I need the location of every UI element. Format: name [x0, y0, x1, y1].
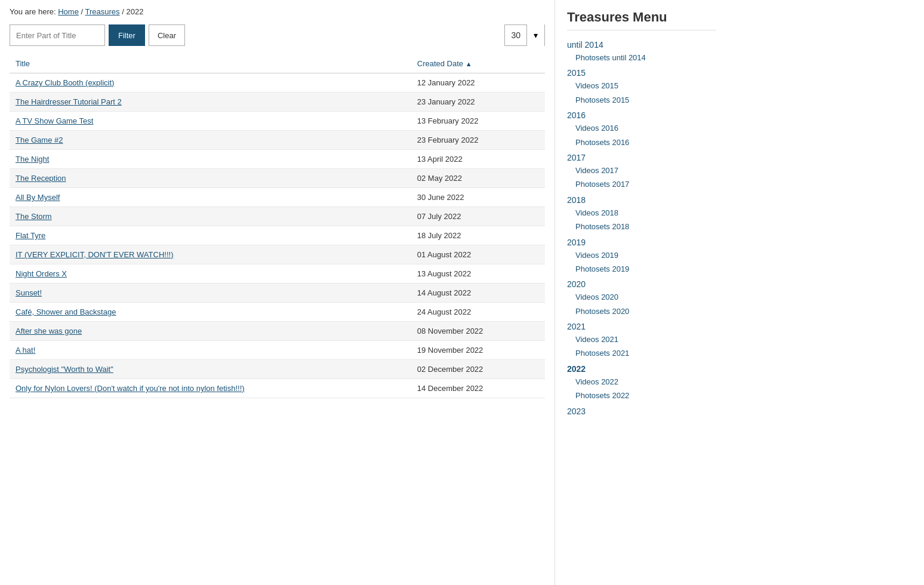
sidebar-sub-items: Videos 2018Photosets 2018 [567, 206, 716, 234]
sidebar-sub-link[interactable]: Photosets 2020 [575, 304, 716, 318]
sidebar-year-group: 2019Videos 2019Photosets 2019 [567, 238, 716, 276]
row-title-link[interactable]: A Crazy Club Booth (explicit) [16, 78, 114, 87]
row-title-cell: The Storm [10, 207, 411, 226]
sidebar-year-link[interactable]: 2021 [567, 322, 716, 331]
title-sort-link[interactable]: Title [16, 59, 30, 68]
sidebar-sub-link[interactable]: Videos 2022 [575, 375, 716, 389]
table-row: Café, Shower and Backstage24 August 2022 [10, 303, 545, 322]
row-title-cell: A hat! [10, 341, 411, 360]
row-title-cell: After she was gone [10, 322, 411, 341]
sidebar-sub-items: Videos 2016Photosets 2016 [567, 121, 716, 149]
row-title-cell: A TV Show Game Test [10, 112, 411, 131]
sidebar-sub-link[interactable]: Videos 2016 [575, 121, 716, 135]
sidebar-year-link[interactable]: 2015 [567, 68, 716, 78]
sidebar-sub-link[interactable]: Photosets 2015 [575, 93, 716, 107]
table-row: A TV Show Game Test13 February 2022 [10, 112, 545, 131]
per-page-dropdown-button[interactable]: ▾ [526, 24, 544, 46]
breadcrumb-you-are-here: You are here: [10, 7, 56, 16]
filter-button[interactable]: Filter [109, 24, 145, 46]
row-title-cell: Only for Nylon Lovers! (Don't watch if y… [10, 379, 411, 398]
sidebar-year-link[interactable]: until 2014 [567, 40, 716, 50]
sidebar-sub-link[interactable]: Photosets 2019 [575, 262, 716, 276]
row-title-link[interactable]: The Game #2 [16, 136, 63, 144]
row-title-link[interactable]: The Night [16, 155, 49, 164]
filter-bar: Filter Clear 30 ▾ [10, 24, 545, 46]
sidebar-year-link[interactable]: 2020 [567, 279, 716, 289]
row-title-link[interactable]: The Reception [16, 174, 66, 183]
sidebar: Treasures Menu until 2014Photosets until… [555, 0, 728, 585]
sidebar-sub-link[interactable]: Photosets until 2014 [575, 51, 716, 64]
sidebar-sub-link[interactable]: Videos 2020 [575, 290, 716, 304]
sidebar-year-link[interactable]: 2016 [567, 110, 716, 120]
row-date-cell: 13 August 2022 [411, 264, 545, 284]
row-title-link[interactable]: A hat! [16, 346, 35, 355]
row-title-link[interactable]: Café, Shower and Backstage [16, 307, 116, 316]
row-title-cell: A Crazy Club Booth (explicit) [10, 73, 411, 93]
row-title-link[interactable]: All By Myself [16, 193, 60, 202]
sidebar-sub-link[interactable]: Photosets 2022 [575, 389, 716, 402]
breadcrumb-treasures[interactable]: Treasures [85, 7, 120, 16]
sidebar-sub-link[interactable]: Photosets 2016 [575, 136, 716, 149]
breadcrumb-home[interactable]: Home [58, 7, 79, 16]
table-row: Sunset!14 August 2022 [10, 284, 545, 303]
sidebar-year-group: 2020Videos 2020Photosets 2020 [567, 279, 716, 318]
row-title-cell: Sunset! [10, 284, 411, 303]
sidebar-year-link[interactable]: 2018 [567, 195, 716, 205]
search-input[interactable] [10, 24, 105, 46]
sidebar-sub-items: Videos 2021Photosets 2021 [567, 332, 716, 361]
sidebar-sub-items: Videos 2022Photosets 2022 [567, 375, 716, 403]
table-row: A Crazy Club Booth (explicit)12 January … [10, 73, 545, 93]
row-title-link[interactable]: The Storm [16, 212, 52, 221]
sidebar-year-group: 2017Videos 2017Photosets 2017 [567, 153, 716, 192]
sidebar-sub-link[interactable]: Videos 2021 [575, 332, 716, 346]
row-title-cell: Café, Shower and Backstage [10, 303, 411, 322]
table-row: Only for Nylon Lovers! (Don't watch if y… [10, 379, 545, 398]
per-page-selector[interactable]: 30 ▾ [504, 24, 545, 46]
sidebar-sub-items: Videos 2020Photosets 2020 [567, 290, 716, 318]
sidebar-year-group: 2021Videos 2021Photosets 2021 [567, 322, 716, 361]
table-row: IT (VERY EXPLICIT, DON'T EVER WATCH!!!)0… [10, 245, 545, 264]
row-title-link[interactable]: Psychologist "Worth to Wait" [16, 365, 113, 374]
col-date-header[interactable]: Created Date ▲ [411, 54, 545, 73]
row-title-link[interactable]: The Hairdresser Tutorial Part 2 [16, 97, 122, 106]
items-table: Title Created Date ▲ A Crazy Club Booth … [10, 54, 545, 398]
sidebar-title: Treasures Menu [567, 10, 716, 30]
row-title-link[interactable]: Night Orders X [16, 269, 67, 278]
table-row: The Night13 April 2022 [10, 150, 545, 169]
table-row: Night Orders X13 August 2022 [10, 264, 545, 284]
table-row: Flat Tyre18 July 2022 [10, 226, 545, 245]
row-date-cell: 19 November 2022 [411, 341, 545, 360]
row-title-link[interactable]: IT (VERY EXPLICIT, DON'T EVER WATCH!!!) [16, 250, 173, 259]
row-title-link[interactable]: After she was gone [16, 327, 82, 335]
sidebar-sub-items: Videos 2019Photosets 2019 [567, 248, 716, 276]
sidebar-year-link[interactable]: 2022 [567, 364, 716, 374]
row-title-link[interactable]: Sunset! [16, 288, 42, 297]
sidebar-year-link[interactable]: 2017 [567, 153, 716, 162]
table-row: The Storm07 July 2022 [10, 207, 545, 226]
row-date-cell: 14 December 2022 [411, 379, 545, 398]
sidebar-year-group: 2016Videos 2016Photosets 2016 [567, 110, 716, 149]
sidebar-sub-link[interactable]: Photosets 2018 [575, 220, 716, 233]
row-title-link[interactable]: A TV Show Game Test [16, 116, 93, 125]
sidebar-year-link[interactable]: 2019 [567, 238, 716, 247]
row-title-cell: Psychologist "Worth to Wait" [10, 360, 411, 379]
sidebar-sub-link[interactable]: Videos 2017 [575, 164, 716, 177]
sidebar-year-link[interactable]: 2023 [567, 407, 716, 416]
row-date-cell: 07 July 2022 [411, 207, 545, 226]
sidebar-sub-link[interactable]: Photosets 2017 [575, 177, 716, 191]
sidebar-sub-link[interactable]: Videos 2015 [575, 79, 716, 93]
clear-button[interactable]: Clear [149, 24, 185, 46]
table-row: A hat!19 November 2022 [10, 341, 545, 360]
sidebar-sub-items: Videos 2015Photosets 2015 [567, 79, 716, 107]
row-title-cell: Flat Tyre [10, 226, 411, 245]
date-sort-link[interactable]: Created Date ▲ [417, 59, 472, 68]
table-row: The Reception02 May 2022 [10, 169, 545, 188]
sidebar-year-group: 2023 [567, 407, 716, 416]
row-title-link[interactable]: Flat Tyre [16, 231, 45, 240]
sidebar-sub-link[interactable]: Videos 2019 [575, 248, 716, 262]
table-row: The Game #223 February 2022 [10, 131, 545, 150]
sidebar-sub-link[interactable]: Videos 2018 [575, 206, 716, 220]
col-title-header[interactable]: Title [10, 54, 411, 73]
sidebar-sub-link[interactable]: Photosets 2021 [575, 346, 716, 360]
row-title-link[interactable]: Only for Nylon Lovers! (Don't watch if y… [16, 384, 245, 393]
